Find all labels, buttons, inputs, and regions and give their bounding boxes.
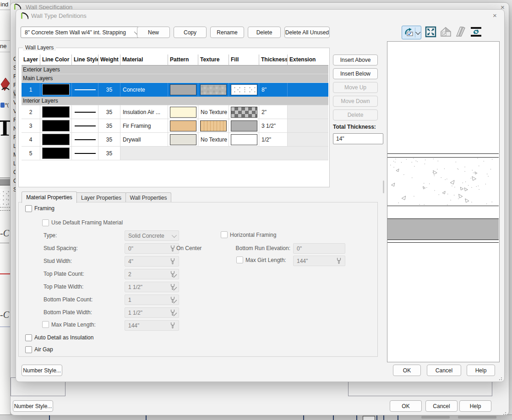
layer-row-4-thickness[interactable]: 1/2" xyxy=(259,133,288,147)
max-girt-length-input[interactable]: 144" xyxy=(293,256,345,266)
bottom-plate-count-input[interactable]: 1 xyxy=(125,295,179,305)
tab-layer-properties[interactable]: Layer Properties xyxy=(76,192,126,203)
layer-row-3-extension[interactable] xyxy=(288,119,328,133)
max-plate-length-input[interactable]: 144" xyxy=(125,320,179,331)
use-default-framing-checkbox[interactable] xyxy=(42,219,49,226)
ok-button[interactable]: OK xyxy=(393,365,421,376)
dialog-resize-grip[interactable] xyxy=(498,376,502,380)
layer-row-5-line-style[interactable] xyxy=(72,147,98,160)
wrench-edit-icon[interactable] xyxy=(169,284,176,290)
wrench-edit-icon[interactable] xyxy=(169,271,176,278)
help-button[interactable]: Help xyxy=(467,365,495,376)
layer-row-3-texture[interactable] xyxy=(198,119,229,133)
layer-row-2-line-color[interactable] xyxy=(40,105,72,119)
layer-row-2-num[interactable]: 2 xyxy=(22,105,40,119)
wrench-edit-icon[interactable] xyxy=(169,296,176,303)
layer-row-4-texture[interactable]: No Texture xyxy=(198,133,229,147)
pane-splitter-handle[interactable] xyxy=(383,180,384,193)
layer-row-5-weight[interactable]: 35 xyxy=(98,147,120,160)
layer-row-2-thickness[interactable]: 2" xyxy=(259,105,288,119)
bg-number-style-button[interactable]: Number Style... xyxy=(13,400,53,412)
wrench-icon[interactable] xyxy=(169,322,176,329)
stud-spacing-input[interactable]: 0" xyxy=(125,243,179,254)
layer-row-3-line-color[interactable] xyxy=(40,119,72,133)
layer-row-4-extension[interactable] xyxy=(288,133,328,147)
layer-row-1-fill[interactable] xyxy=(229,83,259,97)
delete-all-unused-button[interactable]: Delete All Unused xyxy=(284,27,330,38)
layer-row-4-material[interactable]: Drywall xyxy=(120,133,168,147)
rename-button[interactable]: Rename xyxy=(210,27,244,38)
layer-row-1-line-color[interactable] xyxy=(40,83,72,97)
layer-row-2-pattern[interactable] xyxy=(168,105,198,119)
camera-overview-icon[interactable] xyxy=(440,26,452,38)
delete-button[interactable]: Delete xyxy=(248,27,281,38)
layer-row-1-pattern[interactable] xyxy=(168,83,198,97)
layer-row-1-num[interactable]: 1 xyxy=(22,83,40,97)
bottom-plate-width-input[interactable]: 1 1/2" xyxy=(125,307,179,318)
layer-row-1-texture[interactable] xyxy=(198,83,229,97)
bg-help-button[interactable]: Help xyxy=(459,400,491,412)
move-up-button[interactable]: Move Up xyxy=(333,82,378,93)
layer-row-2-weight[interactable]: 35 xyxy=(98,105,120,119)
layer-row-2-material[interactable]: Insulation Air ... xyxy=(120,105,168,119)
layer-row-5-line-color[interactable] xyxy=(40,147,72,160)
delete-layer-button[interactable]: Delete xyxy=(333,109,378,120)
tab-wall-properties[interactable]: Wall Properties xyxy=(125,192,171,203)
bg-cancel-button[interactable]: Cancel xyxy=(425,400,458,412)
wrench-edit-icon[interactable] xyxy=(169,309,176,316)
number-style-button[interactable]: Number Style... xyxy=(22,365,62,376)
layer-row-1-extension[interactable] xyxy=(288,83,328,97)
active-wall-tool-button[interactable] xyxy=(402,26,421,39)
wrench-icon[interactable] xyxy=(169,245,176,252)
new-button[interactable]: New xyxy=(137,27,170,38)
cancel-button[interactable]: Cancel xyxy=(427,365,461,376)
layer-row-3-line-style[interactable] xyxy=(72,119,98,133)
layer-row-1-line-style[interactable] xyxy=(72,83,98,97)
type-select[interactable]: Solid Concrete xyxy=(125,230,179,241)
layer-row-5-empty[interactable] xyxy=(120,147,328,160)
auto-rebuild-icon[interactable] xyxy=(470,27,482,37)
layer-row-3-thickness[interactable]: 3 1/2" xyxy=(259,119,288,133)
layer-row-2-texture[interactable]: No Texture xyxy=(198,105,229,119)
layer-row-4-pattern[interactable] xyxy=(168,133,198,147)
layer-row-3-fill[interactable] xyxy=(229,119,259,133)
top-plate-width-input[interactable]: 1 1/2" xyxy=(125,282,179,292)
auto-detail-insulation-checkbox[interactable] xyxy=(25,334,32,341)
layer-row-5-num[interactable]: 5 xyxy=(22,147,40,160)
horizontal-framing-checkbox[interactable] xyxy=(221,231,228,238)
insert-below-button[interactable]: Insert Below xyxy=(333,68,378,79)
layer-row-4-weight[interactable]: 35 xyxy=(98,133,120,147)
total-thickness-input[interactable]: 14" xyxy=(333,133,383,144)
layer-row-3-weight[interactable]: 35 xyxy=(98,119,120,133)
layer-row-4-line-color[interactable] xyxy=(40,133,72,147)
bottom-run-elevation-input[interactable]: 0" xyxy=(293,243,345,254)
layer-row-2-fill[interactable] xyxy=(229,105,259,119)
max-girt-length-checkbox[interactable] xyxy=(236,256,243,263)
framing-checkbox[interactable] xyxy=(25,205,32,212)
layer-row-1-material[interactable]: Concrete xyxy=(120,83,168,97)
bg-ok-button[interactable]: OK xyxy=(390,400,422,412)
layer-row-4-fill[interactable] xyxy=(229,133,259,147)
dropdown-arrow-icon[interactable] xyxy=(415,30,420,35)
max-plate-length-checkbox[interactable] xyxy=(42,321,49,328)
wrench-icon[interactable] xyxy=(336,257,342,264)
stud-width-input[interactable]: 4" xyxy=(125,256,179,267)
bg-resize-grip[interactable] xyxy=(502,411,506,415)
air-gap-checkbox[interactable] xyxy=(25,346,32,353)
layer-row-4-line-style[interactable] xyxy=(72,133,98,147)
layer-row-3-material[interactable]: Fir Framing xyxy=(120,119,168,133)
tab-material-properties[interactable]: Material Properties xyxy=(22,191,77,203)
perspective-view-icon[interactable] xyxy=(455,26,466,38)
wrench-icon[interactable] xyxy=(169,258,176,265)
layer-row-3-num[interactable]: 3 xyxy=(22,119,40,133)
wall-type-select[interactable]: 8" Concrete Stem Wall w/4" int. Strappin… xyxy=(21,27,142,38)
layer-row-3-pattern[interactable] xyxy=(168,119,198,133)
move-down-button[interactable]: Move Down xyxy=(333,96,378,107)
layer-row-4-num[interactable]: 4 xyxy=(22,133,40,147)
copy-button[interactable]: Copy xyxy=(174,27,207,38)
fill-window-icon[interactable] xyxy=(425,26,436,38)
layer-row-2-extension[interactable] xyxy=(288,105,328,119)
layer-row-1-thickness[interactable]: 8" xyxy=(259,83,288,97)
insert-above-button[interactable]: Insert Above xyxy=(333,55,378,65)
top-plate-count-input[interactable]: 2 xyxy=(125,269,179,279)
